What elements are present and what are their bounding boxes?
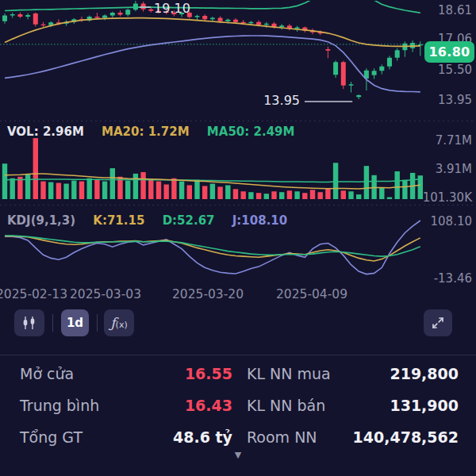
collapse-arrow-icon: ▼ [235,450,241,460]
x-axis-date: 2025-03-03 [70,287,141,301]
high-price-annotation: 19.10 [154,1,190,16]
interval-button[interactable]: 1d [61,309,89,336]
kdj-panel-header: KDJ(9,1,3) K:71.15 D:52.67 J:108.10 [7,213,301,228]
foreign-buy-value: 219,800 [268,361,459,386]
volume-axis-tick: 3.91M [409,162,472,176]
x-axis-date: 2025-03-20 [172,287,244,301]
low-price-annotation: 13.95 [251,93,300,108]
fullscreen-button[interactable] [424,309,452,336]
volume-panel-header: VOL: 2.96M MA20: 1.72M MA50: 2.49M [7,125,308,139]
volume-ma20-label: MA20: 1.72M [102,125,190,139]
function-icon: ƒ(x) [110,315,127,331]
kdj-axis-tick: -13.46 [409,271,472,286]
total-value-label: Tổng GT [20,424,147,450]
price-axis-tick: 15.50 [409,63,472,77]
kdj-j-label: J:108.10 [232,213,287,228]
average-price-label: Trung bình [20,393,147,418]
interval-label: 1d [67,316,83,330]
toolbar-divider [97,314,98,332]
trading-chart-app: 19.10 13.95 18.61 17.06 15.50 13.95 16.8… [0,0,476,476]
toolbar-divider [52,314,53,332]
stats-row: Trung bình 16.43 KL NN bán 131,900 [0,393,476,418]
volume-axis-tick: 7.71M [409,133,472,148]
last-price-tag: 16.80 [424,41,474,63]
kdj-axis-tick: 108.10 [409,214,472,228]
kdj-k-label: K:71.15 [93,213,144,228]
foreign-room-value: 140,478,562 [268,424,459,450]
foreign-sell-value: 131,900 [268,393,459,418]
stats-row: Mở cửa 16.55 KL NN mua 219,800 [0,361,476,386]
collapse-panel-button[interactable]: ▼ [0,450,476,460]
x-axis-date: 2025-04-09 [276,287,347,301]
volume-value-label: VOL: 2.96M [7,125,84,139]
expand-icon [431,316,445,330]
open-price-label: Mở cửa [20,361,147,386]
stats-row: Tổng GT 48.6 tỷ Room NN 140,478,562 [0,424,476,450]
price-axis-tick: 13.95 [409,93,472,107]
volume-axis-tick: 101.30K [409,190,472,205]
stock-chart-canvas[interactable] [0,0,476,305]
section-divider [0,355,476,355]
total-value-value: 48.6 tỷ [131,424,232,450]
average-price-value: 16.43 [131,393,232,418]
kdj-d-label: D:52.67 [163,213,215,228]
volume-ma50-label: MA50: 2.49M [207,125,295,139]
open-price-value: 16.55 [131,361,232,386]
kdj-title: KDJ(9,1,3) [7,213,75,228]
candlestick-chart-icon [21,316,37,330]
price-axis-tick: 18.61 [409,3,472,17]
indicator-function-button[interactable]: ƒ(x) [104,309,134,336]
x-axis-date: 2025-02-13 [0,287,67,301]
chart-type-button[interactable] [14,309,44,336]
